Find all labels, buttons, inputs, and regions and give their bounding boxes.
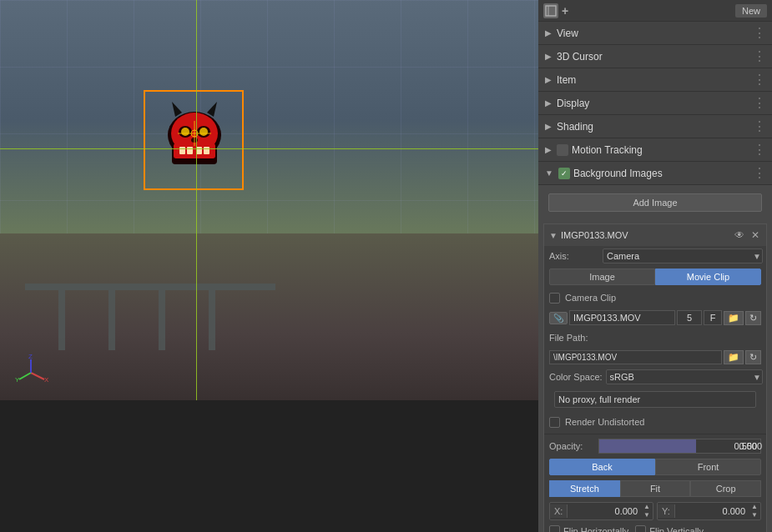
- viewport-bottom-panel: X Y Z: [0, 400, 538, 532]
- camera-line-vertical: [196, 0, 197, 400]
- plus-icon: +: [562, 4, 568, 18]
- render-undistorted-checkbox[interactable]: [549, 417, 560, 428]
- add-image-container: Add Image: [538, 185, 772, 220]
- file-icon-button[interactable]: 📎: [549, 312, 568, 324]
- motion-tracking-label: Motion Tracking: [572, 144, 643, 156]
- opacity-label: Opacity:: [549, 441, 595, 451]
- stretch-button[interactable]: Stretch: [549, 480, 620, 497]
- display-label: Display: [557, 98, 589, 109]
- skull-sprite: [157, 100, 232, 175]
- motion-arrow-icon: ▶: [545, 145, 552, 154]
- x-down-arrow[interactable]: ▼: [641, 511, 653, 519]
- section-shading[interactable]: ▶ Shading ⋮: [538, 115, 772, 138]
- color-space-row: Color Space: sRGB ▼: [544, 367, 766, 387]
- viewport[interactable]: X Y Z: [0, 0, 538, 532]
- display-dots: ⋮: [753, 95, 765, 111]
- viewport-scene: [0, 0, 538, 400]
- view-icon: [545, 5, 557, 17]
- svg-text:Y: Y: [15, 376, 20, 384]
- svg-rect-11: [25, 284, 275, 290]
- svg-marker-29: [172, 102, 182, 117]
- panel-icon: [543, 3, 558, 18]
- bg-item-arrow-icon[interactable]: ▼: [549, 231, 558, 240]
- opacity-input[interactable]: [598, 439, 761, 454]
- file-path-label-row: File Path:: [544, 328, 766, 348]
- file-name-input[interactable]: [569, 310, 675, 325]
- section-3d-cursor[interactable]: ▶ 3D Cursor ⋮: [538, 45, 772, 68]
- new-button[interactable]: New: [735, 4, 767, 18]
- right-panel: + New ▶ View ⋮ ▶ 3D Cursor ⋮ ▶ Item ⋮ ▶ …: [538, 0, 772, 532]
- cursor-dots: ⋮: [753, 48, 765, 64]
- bg-close-button[interactable]: ✕: [749, 229, 761, 241]
- motion-dots: ⋮: [753, 142, 765, 158]
- bg-images-with-icon: ✓ Background Images: [558, 168, 663, 179]
- y-up-arrow[interactable]: ▲: [749, 503, 760, 511]
- proxy-container: No proxy, full render: [544, 387, 766, 412]
- axis-select[interactable]: Camera: [603, 248, 763, 263]
- bridge-structure: [25, 267, 275, 350]
- x-field: X: 0.000 ▲ ▼: [549, 502, 653, 520]
- svg-rect-13: [108, 290, 115, 350]
- item-dots: ⋮: [753, 72, 765, 88]
- opacity-value: 0.500: [739, 441, 762, 451]
- back-button[interactable]: Back: [549, 459, 655, 475]
- x-up-arrow[interactable]: ▲: [641, 503, 653, 511]
- cursor-arrow-icon: ▶: [545, 52, 552, 61]
- section-background-images[interactable]: ▼ ✓ Background Images ⋮: [538, 162, 772, 185]
- crop-button[interactable]: Crop: [690, 480, 761, 497]
- flip-horizontal-item: Flip Horizontally: [549, 525, 628, 532]
- section-motion-tracking[interactable]: ▶ Motion Tracking ⋮: [538, 138, 772, 162]
- path-refresh-button[interactable]: ↻: [745, 350, 761, 364]
- image-tab-button[interactable]: Image: [549, 269, 655, 285]
- camera-clip-checkbox[interactable]: [549, 293, 560, 304]
- section-display[interactable]: ▶ Display ⋮: [538, 92, 772, 115]
- section-view[interactable]: ▶ View ⋮: [538, 22, 772, 45]
- svg-rect-12: [58, 290, 65, 350]
- file-folder-button[interactable]: 📁: [724, 311, 744, 325]
- flip-horizontal-label: Flip Horizontally: [563, 526, 628, 533]
- fit-button[interactable]: Fit: [620, 480, 691, 497]
- svg-point-23: [199, 128, 208, 136]
- proxy-select[interactable]: No proxy, full render: [554, 391, 756, 408]
- file-number-input[interactable]: [677, 310, 702, 325]
- bg-filename: IMGP0133.MOV: [561, 230, 729, 240]
- view-arrow-icon: ▶: [545, 28, 552, 38]
- file-letter-input[interactable]: [704, 310, 722, 325]
- render-undistorted-row: Render Undistorted: [544, 412, 766, 432]
- color-space-select[interactable]: sRGB: [606, 369, 764, 384]
- y-down-arrow[interactable]: ▼: [749, 511, 760, 519]
- file-path-label: File Path:: [549, 333, 599, 343]
- y-field: Y: 0.000 ▲ ▼: [657, 502, 761, 520]
- svg-line-34: [31, 373, 44, 379]
- svg-point-22: [181, 128, 189, 136]
- path-folder-button[interactable]: 📁: [724, 350, 744, 364]
- flip-row: Flip Horizontally Flip Vertically: [544, 523, 766, 532]
- flip-vertical-checkbox[interactable]: [635, 525, 646, 532]
- svg-text:X: X: [44, 376, 49, 384]
- x-label: X:: [550, 504, 568, 518]
- color-space-label: Color Space:: [549, 372, 603, 382]
- item-label: Item: [557, 74, 576, 86]
- file-refresh-button[interactable]: ↻: [745, 311, 761, 325]
- render-undistorted-label: Render Undistorted: [565, 417, 644, 427]
- background-images-label: Background Images: [573, 168, 663, 179]
- camera-clip-row: Camera Clip: [544, 288, 766, 308]
- file-row: 📎 📁 ↻: [544, 308, 766, 328]
- add-image-button[interactable]: Add Image: [548, 193, 762, 212]
- front-button[interactable]: Front: [655, 459, 761, 475]
- x-arrows[interactable]: ▲ ▼: [641, 503, 653, 519]
- file-path-input[interactable]: [549, 350, 722, 364]
- svg-line-35: [19, 373, 31, 379]
- flip-vertical-item: Flip Vertically: [635, 525, 704, 532]
- section-item[interactable]: ▶ Item ⋮: [538, 68, 772, 92]
- cursor-label: 3D Cursor: [557, 51, 603, 63]
- y-arrows[interactable]: ▲ ▼: [749, 503, 760, 519]
- bg-eye-button[interactable]: 👁: [733, 229, 746, 241]
- view-label: View: [557, 28, 578, 39]
- movie-clip-tab-button[interactable]: Movie Clip: [655, 269, 761, 285]
- y-value: 0.000: [675, 504, 749, 518]
- x-value: 0.000: [568, 504, 641, 518]
- flip-horizontal-checkbox[interactable]: [549, 525, 560, 532]
- axis-row: Axis: Camera ▼: [544, 246, 766, 266]
- item-arrow-icon: ▶: [545, 75, 552, 84]
